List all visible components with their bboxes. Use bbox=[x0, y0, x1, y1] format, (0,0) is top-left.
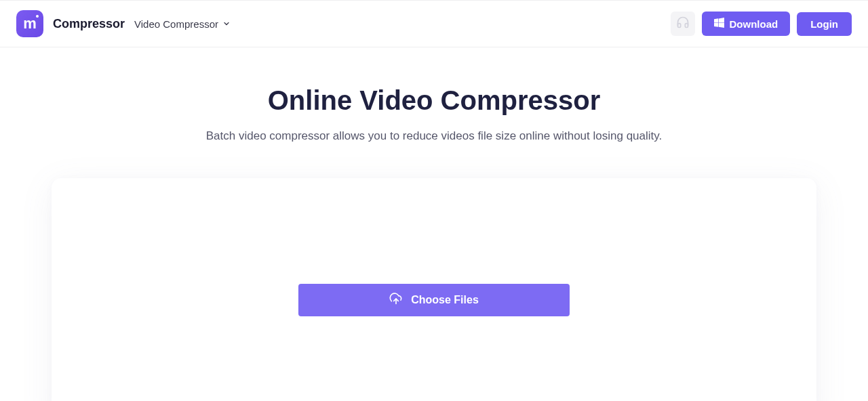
main-content: Online Video Compressor Batch video comp… bbox=[0, 47, 868, 401]
page-title: Online Video Compressor bbox=[0, 85, 868, 116]
headset-icon bbox=[676, 16, 690, 32]
chevron-down-icon bbox=[222, 18, 231, 30]
windows-icon bbox=[714, 18, 724, 30]
choose-files-button[interactable]: Choose Files bbox=[298, 284, 570, 316]
nav-dropdown-label: Video Compressor bbox=[134, 18, 218, 30]
brand-logo-icon[interactable]: m bbox=[16, 10, 43, 37]
support-button[interactable] bbox=[671, 12, 695, 36]
choose-files-label: Choose Files bbox=[411, 294, 479, 306]
page-subtitle: Batch video compressor allows you to red… bbox=[0, 129, 868, 143]
cloud-upload-icon bbox=[389, 292, 403, 308]
download-button[interactable]: Download bbox=[702, 12, 791, 36]
video-compressor-dropdown[interactable]: Video Compressor bbox=[134, 18, 231, 30]
login-button[interactable]: Login bbox=[797, 12, 852, 36]
header-left: m Compressor Video Compressor bbox=[16, 10, 231, 37]
upload-dropzone[interactable]: Choose Files bbox=[52, 178, 816, 401]
header-right: Download Login bbox=[671, 12, 852, 36]
login-label: Login bbox=[810, 18, 838, 30]
brand-name: Compressor bbox=[53, 17, 125, 31]
download-label: Download bbox=[730, 18, 778, 30]
header: m Compressor Video Compressor Download L… bbox=[0, 0, 868, 47]
